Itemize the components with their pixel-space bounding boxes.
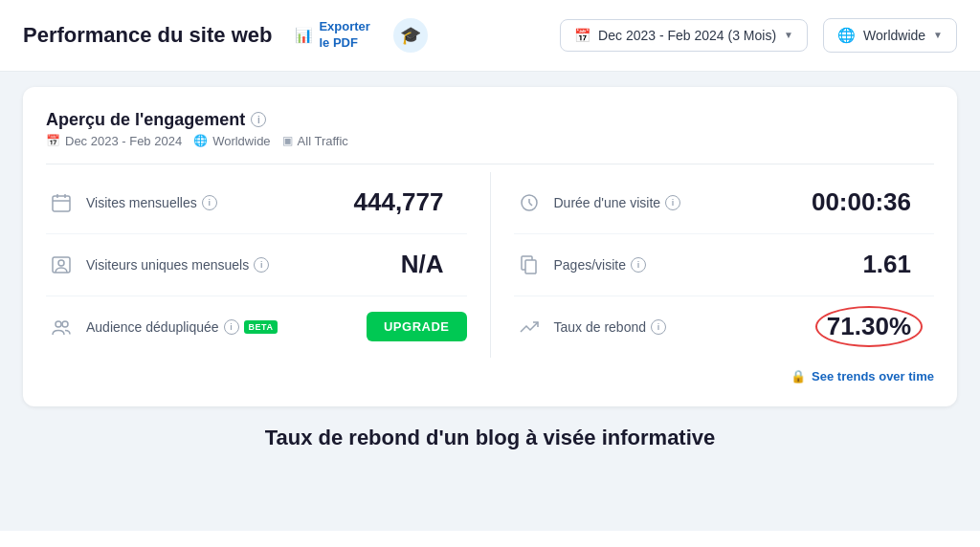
lock-icon: 🔒 bbox=[791, 369, 806, 383]
meta-layers-icon: ▣ bbox=[282, 134, 293, 147]
date-range-label: Dec 2023 - Feb 2024 (3 Mois) bbox=[598, 28, 776, 43]
card-meta: 📅 Dec 2023 - Feb 2024 🌐 Worldwide ▣ All … bbox=[46, 134, 934, 164]
export-chart-icon: 📊 bbox=[295, 27, 313, 44]
globe-icon: 🌐 bbox=[837, 27, 856, 44]
visiteurs-info-icon[interactable]: i bbox=[254, 257, 269, 273]
duree-info-icon[interactable]: i bbox=[665, 195, 680, 210]
svg-point-6 bbox=[56, 321, 61, 327]
worldwide-label: Worldwide bbox=[863, 28, 925, 43]
taux-rebond-row: Taux de rebond i 71.30% bbox=[514, 296, 935, 358]
visites-info-icon[interactable]: i bbox=[202, 195, 217, 210]
svg-rect-12 bbox=[525, 260, 536, 274]
clock-metric-icon bbox=[514, 187, 545, 218]
duree-label: Durée d'une visite i bbox=[554, 195, 681, 210]
upgrade-button[interactable]: UPGRADE bbox=[367, 312, 467, 341]
duree-left: Durée d'une visite i bbox=[514, 187, 681, 218]
card-title-text: Aperçu de l'engagement bbox=[46, 110, 245, 130]
rebond-info-icon[interactable]: i bbox=[651, 319, 666, 335]
audience-label: Audience dédupliquée i BETA bbox=[86, 319, 278, 335]
audience-row: Audience dédupliquée i BETA UPGRADE bbox=[46, 296, 467, 358]
rebond-metric-icon bbox=[514, 312, 545, 342]
rebond-left: Taux de rebond i bbox=[514, 312, 667, 342]
audience-info-icon[interactable]: i bbox=[224, 319, 239, 335]
export-pdf-button[interactable]: 📊 Exporter le PDF bbox=[287, 15, 377, 55]
beta-badge: BETA bbox=[244, 320, 278, 334]
meta-worldwide: 🌐 Worldwide bbox=[193, 134, 270, 148]
visiteurs-left: Visiteurs uniques mensuels i bbox=[46, 250, 269, 280]
visites-label: Visites mensuelles i bbox=[86, 195, 217, 210]
duree-visite-row: Durée d'une visite i 00:00:36 bbox=[514, 172, 935, 234]
visiteurs-value: N/A bbox=[401, 250, 467, 279]
svg-rect-0 bbox=[53, 196, 70, 211]
rebond-value: 71.30% bbox=[827, 312, 911, 340]
pages-label: Pages/visite i bbox=[554, 257, 646, 273]
visiteurs-label: Visiteurs uniques mensuels i bbox=[86, 257, 269, 273]
graduation-icon[interactable]: 🎓 bbox=[393, 18, 428, 53]
right-metrics-col: Durée d'une visite i 00:00:36 bbox=[514, 172, 935, 358]
audience-left: Audience dédupliquée i BETA bbox=[46, 312, 278, 342]
visites-value: 444,777 bbox=[354, 187, 467, 217]
see-trends-link[interactable]: 🔒 See trends over time bbox=[46, 358, 934, 383]
svg-point-5 bbox=[58, 260, 64, 266]
rebond-label: Taux de rebond i bbox=[554, 319, 667, 335]
card-header: Aperçu de l'engagement i 📅 Dec 2023 - Fe… bbox=[46, 110, 934, 164]
svg-line-10 bbox=[529, 203, 532, 206]
meta-calendar-icon: 📅 bbox=[46, 134, 60, 147]
calendar-metric-icon bbox=[46, 187, 77, 218]
export-label: Exporter le PDF bbox=[319, 19, 369, 52]
main-content: Aperçu de l'engagement i 📅 Dec 2023 - Fe… bbox=[0, 72, 980, 531]
person-metric-icon bbox=[46, 250, 77, 280]
audience-metric-icon bbox=[46, 312, 77, 342]
bounce-circle: 71.30% bbox=[827, 312, 911, 341]
see-trends-text: See trends over time bbox=[812, 369, 934, 383]
card-title: Aperçu de l'engagement i bbox=[46, 110, 934, 130]
meta-worldwide-text: Worldwide bbox=[212, 134, 270, 148]
date-range-picker[interactable]: 📅 Dec 2023 - Feb 2024 (3 Mois) ▼ bbox=[560, 19, 808, 52]
duree-value: 00:00:36 bbox=[812, 187, 934, 217]
visiteurs-uniques-row: Visiteurs uniques mensuels i N/A bbox=[46, 234, 467, 296]
bottom-title: Taux de rebond d'un blog à visée informa… bbox=[23, 406, 957, 460]
meta-globe-icon: 🌐 bbox=[193, 134, 208, 147]
svg-point-7 bbox=[62, 321, 68, 327]
meta-date: 📅 Dec 2023 - Feb 2024 bbox=[46, 134, 182, 148]
left-metrics-col: Visites mensuelles i 444,777 bbox=[46, 172, 467, 358]
info-icon[interactable]: i bbox=[251, 112, 266, 127]
pages-info-icon[interactable]: i bbox=[631, 257, 646, 273]
top-header: Performance du site web 📊 Exporter le PD… bbox=[0, 0, 980, 72]
pages-metric-icon bbox=[514, 250, 545, 280]
chevron-down-icon-2: ▼ bbox=[933, 30, 943, 40]
visites-left: Visites mensuelles i bbox=[46, 187, 217, 218]
chevron-down-icon: ▼ bbox=[784, 30, 793, 40]
pages-value: 1.61 bbox=[862, 250, 934, 279]
visites-mensuelles-row: Visites mensuelles i 444,777 bbox=[46, 172, 467, 234]
engagement-card: Aperçu de l'engagement i 📅 Dec 2023 - Fe… bbox=[23, 87, 957, 406]
meta-traffic: ▣ All Traffic bbox=[282, 134, 348, 148]
page-title: Performance du site web bbox=[23, 23, 272, 48]
meta-traffic-text: All Traffic bbox=[298, 134, 348, 148]
worldwide-selector[interactable]: 🌐 Worldwide ▼ bbox=[823, 18, 957, 53]
pages-visite-row: Pages/visite i 1.61 bbox=[514, 234, 935, 296]
pages-left: Pages/visite i bbox=[514, 250, 646, 280]
meta-date-text: Dec 2023 - Feb 2024 bbox=[65, 134, 182, 148]
metrics-wrapper: Visites mensuelles i 444,777 bbox=[46, 172, 934, 358]
calendar-icon: 📅 bbox=[574, 28, 590, 43]
metrics-divider bbox=[490, 172, 491, 358]
rebond-value-container: 71.30% bbox=[827, 312, 934, 341]
